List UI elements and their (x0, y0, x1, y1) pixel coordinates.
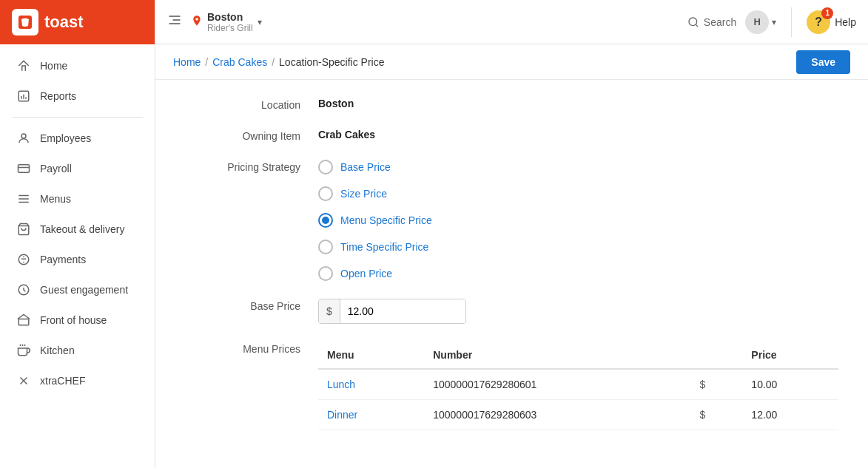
menu-price-cell: 10.00 (742, 369, 838, 400)
help-badge: 1 (821, 7, 833, 19)
sidebar-item-employees-label: Employees (40, 132, 91, 144)
search-label: Search (704, 16, 736, 28)
breadcrumb-current: Location-Specific Price (279, 56, 384, 68)
topbar: Boston Rider's Grill ▾ Search H ▾ ? 1 He… (155, 0, 868, 44)
radio-base-outer (318, 160, 333, 174)
sidebar-item-kitchen-label: Kitchen (40, 345, 75, 356)
radio-menu-outer (318, 213, 333, 228)
sidebar-item-payroll-label: Payroll (40, 163, 72, 174)
location-row: Location Boston (185, 98, 838, 111)
sidebar-divider (12, 117, 143, 118)
radio-base-label: Base Price (340, 161, 391, 173)
reports-icon (16, 89, 31, 104)
col-price-header: Price (742, 342, 838, 369)
payroll-icon (16, 161, 31, 176)
help-button[interactable]: ? 1 Help (807, 10, 856, 34)
sidebar-item-home[interactable]: Home (4, 51, 150, 81)
menu-dollar-cell: $ (691, 400, 743, 430)
radio-menu-specific-price[interactable]: Menu Specific Price (318, 213, 432, 228)
menu-name-cell: Dinner (318, 400, 424, 430)
user-menu[interactable]: H ▾ (745, 10, 776, 34)
radio-open-outer (318, 266, 333, 281)
svg-line-21 (696, 24, 698, 27)
radio-open-price[interactable]: Open Price (318, 266, 432, 281)
location-value: Boston (318, 98, 354, 109)
home-icon (16, 58, 31, 73)
kitchen-icon (16, 343, 31, 358)
sidebar-item-payroll[interactable]: Payroll (4, 154, 150, 183)
radio-menu-label: Menu Specific Price (340, 214, 432, 226)
user-avatar: H (745, 10, 769, 34)
table-row: Dinner 100000017629280603 $ 12.00 (318, 400, 838, 430)
col-number-header: Number (424, 342, 690, 369)
sidebar-item-kitchen[interactable]: Kitchen (4, 336, 150, 365)
svg-rect-11 (18, 319, 29, 325)
sidebar-item-employees[interactable]: Employees (4, 123, 150, 153)
user-chevron-icon: ▾ (772, 17, 776, 27)
menu-prices-label: Menu Prices (185, 342, 318, 355)
pricing-options: Base Price Size Price Menu Specific Pric… (318, 160, 432, 281)
svg-rect-6 (18, 165, 30, 173)
menu-number-cell: 100000017629280601 (424, 369, 690, 400)
radio-size-price[interactable]: Size Price (318, 186, 432, 201)
sidebar-item-guest[interactable]: Guest engagement (4, 275, 150, 305)
payments-icon (16, 252, 31, 267)
menu-toggle-icon[interactable] (167, 13, 182, 31)
location-pin-icon (191, 15, 203, 30)
radio-time-specific-price[interactable]: Time Specific Price (318, 240, 432, 254)
sidebar-item-reports-label: Reports (40, 90, 76, 102)
sidebar-item-guest-label: Guest engagement (40, 284, 128, 296)
sidebar-item-payments-label: Payments (40, 254, 86, 265)
menu-name-cell: Lunch (318, 369, 424, 400)
radio-menu-inner (322, 217, 329, 224)
menu-prices-table-wrap: Menu Number Price Lunch 1000000176292806… (318, 342, 838, 430)
base-price-row: Base Price $ (185, 299, 838, 324)
sidebar-item-takeout[interactable]: Takeout & delivery (4, 214, 150, 244)
content-area: Home / Crab Cakes / Location-Specific Pr… (155, 44, 868, 468)
radio-size-outer (318, 186, 333, 201)
breadcrumb-crab-cakes[interactable]: Crab Cakes (212, 56, 267, 68)
location-name: Boston (207, 11, 253, 23)
breadcrumb-home[interactable]: Home (173, 56, 201, 68)
base-price-dollar-sign: $ (319, 299, 340, 323)
main-area: Boston Rider's Grill ▾ Search H ▾ ? 1 He… (155, 0, 868, 468)
topbar-divider (791, 7, 792, 37)
sidebar-item-menus[interactable]: Menus (4, 184, 150, 214)
xtrachef-icon (16, 373, 31, 388)
sidebar-logo: toast (0, 0, 155, 44)
location-chevron-icon: ▾ (258, 17, 262, 27)
sidebar-item-home-label: Home (40, 60, 67, 72)
menu-prices-row: Menu Prices Menu Number Price (185, 342, 838, 430)
breadcrumb-sep-2: / (272, 56, 275, 68)
sidebar-item-reports[interactable]: Reports (4, 81, 150, 111)
radio-base-price[interactable]: Base Price (318, 160, 432, 174)
sidebar-nav: Home Reports Employees Payroll Menus (0, 44, 155, 468)
menu-price-cell: 12.00 (742, 400, 838, 430)
pricing-strategy-label: Pricing Strategy (185, 160, 318, 173)
employees-icon (16, 131, 31, 146)
sidebar-item-payments[interactable]: Payments (4, 245, 150, 274)
frontofhouse-icon (16, 313, 31, 328)
toast-logo-icon (12, 9, 38, 35)
radio-open-label: Open Price (340, 268, 392, 279)
location-label: Location (185, 98, 318, 111)
brand-name: toast (44, 13, 84, 32)
sidebar-item-xtrachef[interactable]: xtraCHEF (4, 366, 150, 396)
base-price-label: Base Price (185, 299, 318, 312)
location-selector[interactable]: Boston Rider's Grill ▾ (191, 11, 262, 33)
owning-item-label: Owning Item (185, 129, 318, 142)
menu-prices-table: Menu Number Price Lunch 1000000176292806… (318, 342, 838, 430)
sidebar-item-menus-label: Menus (40, 193, 71, 205)
search-button[interactable]: Search (687, 16, 736, 28)
owning-item-value: Crab Cakes (318, 129, 375, 140)
menu-dollar-cell: $ (691, 369, 743, 400)
sidebar-item-frontofhouse[interactable]: Front of house (4, 305, 150, 335)
form-section: Location Boston Owning Item Crab Cakes P… (155, 80, 868, 466)
owning-item-row: Owning Item Crab Cakes (185, 129, 838, 142)
breadcrumb: Home / Crab Cakes / Location-Specific Pr… (173, 56, 384, 68)
table-row: Lunch 100000017629280601 $ 10.00 (318, 369, 838, 400)
save-button[interactable]: Save (796, 50, 850, 74)
col-menu-header: Menu (318, 342, 424, 369)
base-price-field[interactable] (340, 299, 465, 323)
menu-number-cell: 100000017629280603 (424, 400, 690, 430)
